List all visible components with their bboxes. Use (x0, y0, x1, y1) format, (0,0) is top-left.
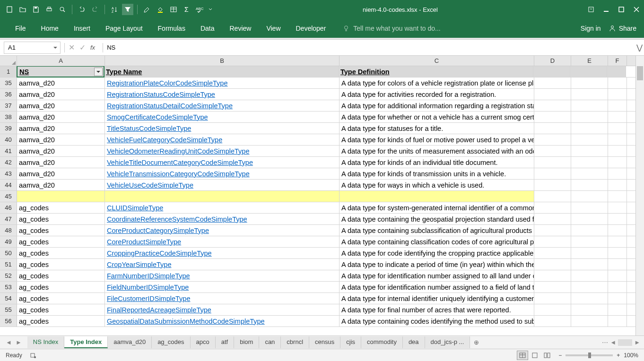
type-name-link[interactable]: CoreProductCategorySimpleType (107, 227, 209, 234)
cell[interactable] (534, 214, 571, 224)
cell[interactable] (608, 168, 627, 179)
cell[interactable] (608, 134, 627, 145)
cell[interactable] (534, 146, 571, 156)
tab-insert[interactable]: Insert (66, 21, 98, 36)
cell[interactable] (571, 100, 608, 111)
cell-type-name[interactable]: VehicleFuelCategoryCodeSimpleType (105, 134, 339, 145)
cell-ns[interactable]: aamva_d20 (17, 100, 105, 111)
cell-ns[interactable]: aamva_d20 (17, 89, 105, 100)
row-header[interactable]: 56 (0, 316, 17, 327)
cell[interactable] (534, 293, 571, 304)
type-name-link[interactable]: CropYearSimpleType (107, 261, 171, 268)
cell[interactable] (608, 225, 627, 236)
cell-type-name[interactable]: RegistrationStatusCodeSimpleType (105, 89, 339, 100)
type-name-link[interactable]: CLUIDSimpleType (107, 204, 163, 212)
cell-type-def[interactable]: A data type containing classification co… (339, 236, 534, 247)
cell[interactable] (608, 270, 627, 281)
row-header[interactable]: 47 (0, 214, 17, 224)
normal-view-icon[interactable] (517, 351, 528, 360)
spellcheck-icon[interactable]: ABC (194, 4, 206, 15)
cell[interactable] (534, 316, 571, 327)
row-header[interactable]: 49 (0, 236, 17, 247)
sheet-tab[interactable]: can (259, 336, 281, 348)
cell[interactable] (608, 112, 627, 122)
sheet-more-icon[interactable]: ⋯ (602, 339, 608, 346)
cell[interactable] (534, 236, 571, 247)
cell-ns[interactable]: ag_codes (17, 202, 105, 213)
cell-ns[interactable]: ag_codes (17, 259, 105, 270)
cell[interactable] (571, 134, 608, 145)
filter-dropdown-icon[interactable] (94, 68, 103, 76)
cell-ns[interactable]: ag_codes (17, 293, 105, 304)
col-header-a[interactable]: A (17, 56, 105, 66)
cell-ns[interactable]: aamva_d20 (17, 157, 105, 168)
type-name-link[interactable]: TitleStatusCodeSimpleType (107, 125, 191, 132)
type-name-link[interactable]: CroppingPracticeCodeSimpleType (107, 249, 212, 257)
sheet-tab[interactable]: atf (216, 336, 234, 348)
cell[interactable] (571, 112, 608, 122)
cell[interactable] (608, 282, 627, 292)
cell-type-name[interactable]: VehicleOdometerReadingUnitCodeSimpleType (105, 146, 339, 156)
tab-home[interactable]: Home (34, 21, 66, 36)
cell-type-name[interactable]: FieldNumberIDSimpleType (105, 282, 339, 292)
cell-ns[interactable]: ag_codes (17, 270, 105, 281)
cell[interactable] (534, 180, 571, 190)
cell[interactable] (534, 282, 571, 292)
cell[interactable] (534, 157, 571, 168)
cell-type-def[interactable]: A data type for code identifying the cro… (339, 248, 534, 258)
row-header[interactable]: 36 (0, 89, 17, 100)
cell[interactable] (571, 191, 608, 202)
select-all-corner[interactable] (0, 56, 17, 66)
type-name-link[interactable]: VehicleTransmissionCategoryCodeSimpleTyp… (107, 170, 250, 178)
row-header[interactable]: 44 (0, 180, 17, 190)
cell-type-def[interactable]: A data type for the units of measurement… (339, 146, 534, 156)
cell-ns[interactable]: aamva_d20 (17, 112, 105, 122)
cell[interactable] (534, 134, 571, 145)
cell-type-def[interactable]: A data type for system-generated interna… (339, 202, 534, 213)
tab-file[interactable]: File (8, 21, 34, 36)
cell[interactable] (571, 180, 608, 190)
cell[interactable] (608, 180, 627, 190)
type-name-link[interactable]: VehicleTitleDocumentCategoryCodeSimpleTy… (107, 159, 253, 166)
cell-ns[interactable]: ag_codes (17, 236, 105, 247)
type-name-link[interactable]: VehicleOdometerReadingUnitCodeSimpleType (107, 147, 249, 155)
cell-type-def[interactable]: A data type for activities recorded for … (339, 89, 534, 100)
cell-type-def[interactable]: A data type containing the geospatial pr… (339, 214, 534, 224)
cell-type-def[interactable]: A data type for kinds of an individual t… (339, 157, 534, 168)
type-name-link[interactable]: CoordinateReferenceSystemCodeSimpleType (107, 215, 247, 223)
cell-ns[interactable]: ag_codes (17, 282, 105, 292)
sheet-tab[interactable]: apco (191, 336, 216, 348)
row-header[interactable]: 37 (0, 100, 17, 111)
row-header[interactable]: 55 (0, 304, 17, 315)
cell-type-name[interactable]: CLUIDSimpleType (105, 202, 339, 213)
cell-type-name[interactable]: CoreProductCategorySimpleType (105, 225, 339, 236)
cell-b1[interactable]: Type Name (104, 66, 339, 77)
zoom-slider[interactable] (566, 354, 613, 356)
cell-type-def[interactable]: A data type for whether or not a vehicle… (339, 112, 534, 122)
cell[interactable] (571, 146, 608, 156)
scrollbar-thumb[interactable] (637, 66, 643, 80)
sheet-tab[interactable]: Type Index (64, 336, 108, 348)
row-header[interactable]: 1 (0, 66, 17, 77)
row-header[interactable]: 53 (0, 282, 17, 292)
sheet-tab[interactable]: biom (234, 336, 259, 348)
autosum-icon[interactable]: Σ (181, 4, 192, 15)
cell[interactable] (571, 293, 608, 304)
cell-ns[interactable]: aamva_d20 (17, 134, 105, 145)
cell-type-def[interactable]: A data type for statuses for a title. (339, 123, 534, 134)
row-header[interactable]: 42 (0, 157, 17, 168)
cell-type-def[interactable]: A data type for kinds of transmission un… (339, 168, 534, 179)
cell-type-name[interactable]: VehicleTransmissionCategoryCodeSimpleTyp… (105, 168, 339, 179)
cell[interactable] (534, 191, 571, 202)
cell-type-def[interactable]: A data type for additional information r… (339, 100, 534, 111)
type-name-link[interactable]: GeospatialDataSubmissionMethodCodeSimple… (107, 318, 265, 325)
table-icon[interactable] (168, 4, 179, 15)
col-header-d[interactable]: D (534, 56, 571, 66)
share-button[interactable]: Share (609, 25, 636, 32)
cell[interactable] (534, 202, 571, 213)
sheet-tab[interactable]: dea (403, 336, 425, 348)
sheet-tab[interactable]: NS Index (27, 336, 64, 348)
cell[interactable] (534, 77, 571, 88)
filter-icon[interactable] (122, 4, 133, 15)
cell[interactable] (608, 100, 627, 111)
